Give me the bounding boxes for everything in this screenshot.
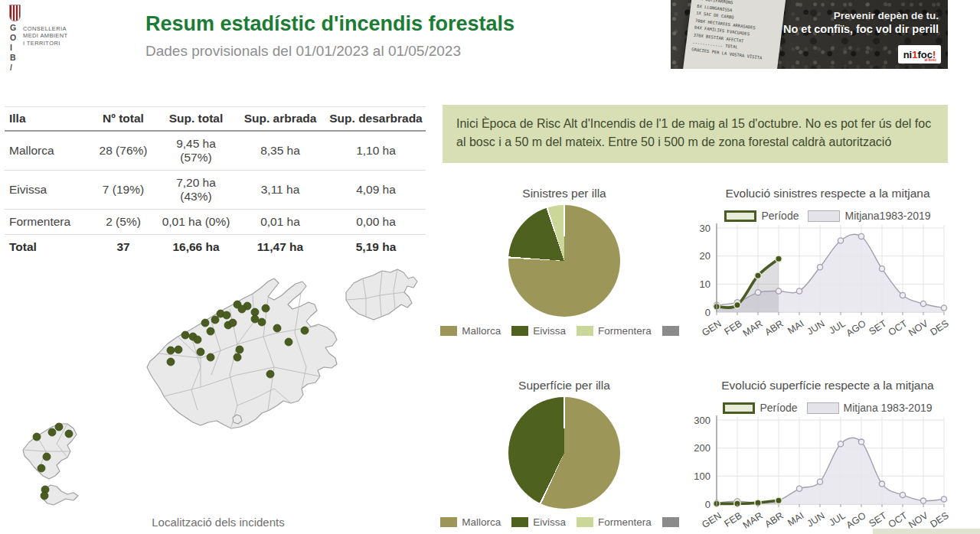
legend-label: Mallorca [462, 516, 501, 528]
legend-item-clipped [662, 326, 679, 336]
legend-label: Eivissa [533, 325, 566, 337]
clipped-box-edge [873, 529, 980, 534]
legend-swatch [577, 326, 593, 336]
table-total-row: Total3716,66 ha11,47 ha5,19 ha [5, 235, 426, 260]
svg-text:10: 10 [700, 278, 710, 290]
line-sinistres-chart: 0102030GENFEBMARABRMAIJUNJULAGOSETOCTNOV… [686, 220, 954, 337]
svg-text:NOV: NOV [906, 317, 930, 337]
svg-text:JUN: JUN [805, 318, 827, 337]
burnt-receipt-image: 8X BOTIFARRONS6X LLONGANISSA1X SAC DE CA… [683, 0, 786, 69]
table-cell: 4,09 ha [326, 171, 426, 210]
svg-text:OCT: OCT [887, 510, 910, 529]
total-cell: 37 [89, 235, 158, 260]
page-title: Resum estadístic d'incendis forestals [145, 12, 514, 36]
svg-text:FEB: FEB [723, 510, 744, 529]
table-cell: 28 (76%) [89, 131, 158, 171]
legend-item: Mallorca [440, 516, 501, 528]
incident-dot [229, 319, 237, 327]
legend-item: Mallorca [440, 325, 501, 337]
incident-dot [55, 423, 63, 431]
table-cell: Formentera [5, 210, 89, 235]
svg-text:0: 0 [705, 307, 710, 318]
incident-dot [43, 453, 51, 461]
svg-text:AGO: AGO [844, 510, 868, 529]
incident-dot [48, 428, 56, 436]
legend-swatch [511, 326, 528, 336]
legend-swatch [511, 517, 528, 527]
prevention-banner: 8X BOTIFARRONS6X LLONGANISSA1X SAC DE CA… [671, 0, 948, 69]
incident-dot [65, 430, 73, 438]
table-cell: 0,01 ha (0%) [158, 210, 234, 235]
svg-text:0: 0 [705, 499, 710, 510]
incident-dot [258, 318, 266, 326]
dashboard-page: GOIB/ CONSELLERIAMEDI AMBIENTI TERRITORI… [0, 0, 980, 534]
total-cell: Total [5, 235, 89, 260]
svg-text:300: 300 [694, 415, 710, 426]
svg-text:100: 100 [694, 471, 710, 482]
svg-text:GEN: GEN [700, 318, 723, 337]
incident-dot [207, 353, 214, 361]
incident-dot [211, 316, 219, 324]
incident-dot [33, 433, 41, 441]
pie-superficie-chart [508, 397, 620, 509]
table-cell: 1,10 ha [326, 131, 426, 171]
total-cell: 11,47 ha [234, 235, 326, 260]
column-header: Sup. arbrada [234, 107, 326, 132]
svg-text:MAR: MAR [741, 318, 765, 337]
table-cell: 7 (19%) [89, 171, 158, 210]
legend-label: Eivissa [533, 516, 566, 528]
svg-text:MAI: MAI [786, 510, 805, 529]
table-cell: Mallorca [5, 131, 89, 171]
legend-label: Formentera [598, 325, 652, 337]
total-cell: 5,19 ha [326, 235, 426, 260]
column-header: Nº total [89, 107, 158, 132]
svg-text:SET: SET [867, 318, 889, 337]
legend-swatch [662, 326, 679, 336]
incident-dot [234, 353, 241, 361]
table-cell: 8,35 ha [234, 131, 326, 171]
legend-item: Eivissa [511, 325, 566, 337]
table-row: Mallorca28 (76%)9,45 ha (57%)8,35 ha1,10… [5, 131, 426, 171]
pie-superficie-legend: MallorcaEivissaFormentera [449, 516, 671, 528]
incident-dot [207, 327, 214, 335]
svg-text:OCT: OCT [887, 318, 910, 337]
line-sinistres-title: Evolució sinistres respecte a la mitjana [703, 187, 952, 200]
incident-dot [251, 315, 259, 323]
table-header-row: IllaNº totalSup. totalSup. arbradaSup. d… [5, 107, 426, 132]
table-cell: 9,45 ha (57%) [158, 131, 234, 171]
svg-text:20: 20 [700, 250, 710, 262]
table-cell: 0,00 ha [326, 210, 426, 235]
table-cell: 2 (5%) [89, 210, 158, 235]
banner-slogan-line2: No et confiïs, foc vol dir perill [783, 23, 939, 35]
ni1foc-one: 1 [912, 50, 917, 60]
svg-text:MAR: MAR [741, 510, 765, 529]
pie-sinistres-chart [508, 205, 620, 317]
incident-dot [167, 358, 175, 366]
goib-letters: GOIB/ [10, 23, 17, 73]
svg-text:GEN: GEN [700, 510, 723, 529]
svg-text:AGO: AGO [844, 318, 868, 337]
total-cell: 16,66 ha [158, 235, 234, 260]
legend-item-clipped [662, 517, 679, 527]
legend-swatch [577, 517, 593, 527]
svg-text:FEB: FEB [723, 318, 744, 337]
pie-superficie-title: Superfície per illa [488, 379, 641, 392]
line-superficie-title: Evolució superfície respecte a la mitjan… [703, 379, 952, 392]
table-cell: Eivissa [5, 171, 89, 210]
incident-dot [223, 311, 230, 319]
svg-text:30: 30 [700, 223, 710, 234]
svg-text:DES: DES [928, 318, 950, 337]
svg-text:NOV: NOV [906, 510, 930, 529]
incident-dot [167, 347, 175, 354]
incident-dot [201, 319, 209, 327]
svg-text:JUL: JUL [827, 510, 847, 529]
goib-department-text: CONSELLERIAMEDI AMBIENTI TERRITORI [23, 25, 68, 47]
svg-text:DES: DES [928, 510, 950, 529]
incidents-map [0, 260, 429, 520]
legend-item: Formentera [577, 516, 652, 528]
svg-text:SET: SET [867, 510, 889, 529]
stats-table: IllaNº totalSup. totalSup. arbradaSup. d… [5, 106, 426, 259]
legend-swatch [440, 326, 457, 336]
map-caption: Localització dels incidents [130, 516, 306, 529]
svg-text:MAI: MAI [786, 318, 805, 337]
